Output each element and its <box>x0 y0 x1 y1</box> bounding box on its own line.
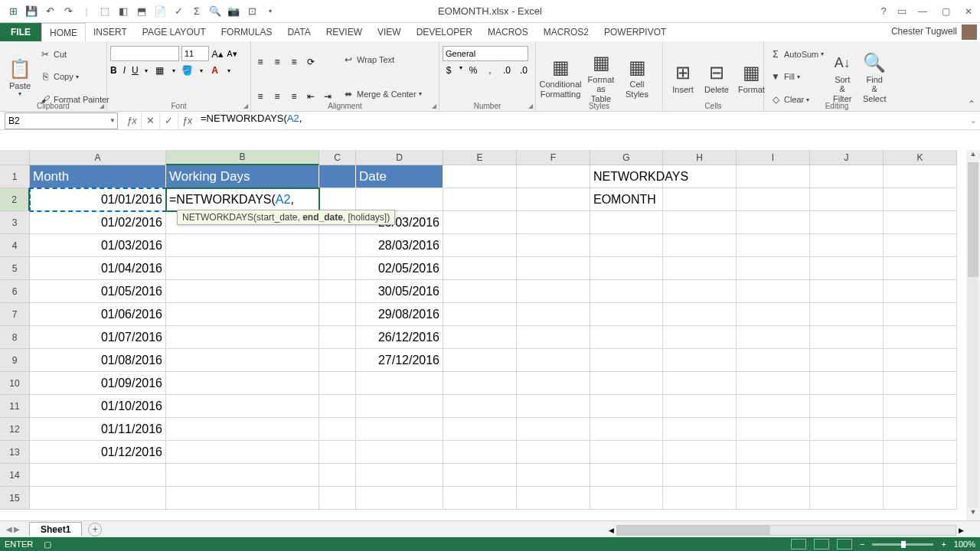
col-header-d[interactable]: D <box>356 150 443 165</box>
macro-record-icon[interactable]: ▢ <box>44 540 51 549</box>
copy-button[interactable]: ⎘Copy ▾ <box>37 70 112 83</box>
cell-B9[interactable] <box>166 349 319 372</box>
format-as-table-button[interactable]: ▦Format as Table <box>582 43 620 111</box>
grid[interactable]: A B C D E F G H I J K 1MonthWorking Days… <box>0 150 980 520</box>
row-header[interactable]: 10 <box>0 372 30 395</box>
qat-btn-7[interactable]: 🔍 <box>208 5 222 18</box>
cell-J1[interactable] <box>810 165 884 188</box>
cell-C5[interactable] <box>319 257 356 280</box>
cell-styles-button[interactable]: ▦Cell Styles <box>620 43 654 111</box>
cell-C1[interactable] <box>319 165 356 188</box>
cell-F6[interactable] <box>517 280 590 303</box>
cell-B4[interactable] <box>166 234 319 257</box>
redo-icon[interactable]: ↷ <box>61 5 75 18</box>
cell-D9[interactable]: 27/12/2016 <box>356 349 443 372</box>
cell-I3[interactable] <box>737 211 810 234</box>
col-header-a[interactable]: A <box>30 150 166 165</box>
currency-icon[interactable]: $ <box>443 64 455 77</box>
cell-C15[interactable] <box>319 487 356 510</box>
cell-G9[interactable] <box>590 349 663 372</box>
tab-formulas[interactable]: FORMULAS <box>214 23 280 41</box>
find-select-button[interactable]: 🔍Find & Select <box>858 43 890 111</box>
cell-I4[interactable] <box>737 234 810 257</box>
cell-F10[interactable] <box>517 372 590 395</box>
add-sheet-button[interactable]: + <box>88 523 102 536</box>
scroll-up-icon[interactable]: ▲ <box>966 150 980 162</box>
cell-C7[interactable] <box>319 303 356 326</box>
cell-D14[interactable] <box>356 464 443 487</box>
qat-btn-3[interactable]: ⬒ <box>135 5 149 18</box>
cell-J3[interactable] <box>810 211 884 234</box>
tab-developer[interactable]: DEVELOPER <box>409 23 480 41</box>
tab-page-layout[interactable]: PAGE LAYOUT <box>135 23 214 41</box>
qat-btn-4[interactable]: 📄 <box>153 5 167 18</box>
cell-D13[interactable] <box>356 441 443 464</box>
cell-I10[interactable] <box>737 372 810 395</box>
zoom-in-icon[interactable]: + <box>941 540 946 549</box>
cell-H12[interactable] <box>663 418 737 441</box>
cell-C6[interactable] <box>319 280 356 303</box>
undo-icon[interactable]: ↶ <box>43 5 57 18</box>
row-header[interactable]: 7 <box>0 303 30 326</box>
normal-view-icon[interactable] <box>791 539 806 549</box>
cell-H9[interactable] <box>663 349 737 372</box>
row-header[interactable]: 11 <box>0 395 30 418</box>
row-header[interactable]: 9 <box>0 349 30 372</box>
qat-btn-8[interactable]: 📷 <box>227 5 240 18</box>
cell-A13[interactable]: 01/12/2016 <box>30 441 166 464</box>
row-header[interactable]: 1 <box>0 165 30 188</box>
cell-H5[interactable] <box>663 257 737 280</box>
tab-macros[interactable]: MACROS <box>480 23 536 41</box>
page-break-view-icon[interactable] <box>837 539 852 549</box>
cell-G12[interactable] <box>590 418 663 441</box>
cell-B12[interactable] <box>166 418 319 441</box>
cell-A6[interactable]: 01/05/2016 <box>30 280 166 303</box>
cell-H8[interactable] <box>663 326 737 349</box>
cell-E7[interactable] <box>443 303 517 326</box>
col-header-f[interactable]: F <box>517 150 590 165</box>
sheet-next-icon[interactable]: ▶ <box>14 525 20 533</box>
dec-decimal-icon[interactable]: .0 <box>518 64 530 77</box>
page-layout-view-icon[interactable] <box>814 539 829 549</box>
cell-C11[interactable] <box>319 395 356 418</box>
align-middle-icon[interactable]: ≡ <box>271 56 283 68</box>
hscroll-thumb[interactable] <box>617 526 770 535</box>
vscroll-thumb[interactable] <box>968 162 978 277</box>
font-dialog-icon[interactable]: ◢ <box>243 103 248 109</box>
cell-A15[interactable] <box>30 487 166 510</box>
cell-K15[interactable] <box>884 487 957 510</box>
cell-F15[interactable] <box>517 487 590 510</box>
cell-J6[interactable] <box>810 280 884 303</box>
cell-K8[interactable] <box>884 326 957 349</box>
cell-J15[interactable] <box>810 487 884 510</box>
font-size-input[interactable] <box>181 46 209 61</box>
cell-D4[interactable]: 28/03/2016 <box>356 234 443 257</box>
cancel-icon[interactable]: ✕ <box>141 112 159 129</box>
cell-J4[interactable] <box>810 234 884 257</box>
qat-btn-5[interactable]: ✓ <box>172 5 185 18</box>
font-color-icon[interactable]: A <box>209 64 221 77</box>
tab-view[interactable]: VIEW <box>370 23 409 41</box>
cell-J5[interactable] <box>810 257 884 280</box>
cell-K5[interactable] <box>884 257 957 280</box>
cell-B7[interactable] <box>166 303 319 326</box>
alignment-dialog-icon[interactable]: ◢ <box>432 103 436 109</box>
cell-K4[interactable] <box>884 234 957 257</box>
cell-K10[interactable] <box>884 372 957 395</box>
cell-D8[interactable]: 26/12/2016 <box>356 326 443 349</box>
cell-A12[interactable]: 01/11/2016 <box>30 418 166 441</box>
percent-icon[interactable]: % <box>467 64 479 77</box>
select-all-corner[interactable] <box>0 150 30 165</box>
cell-E10[interactable] <box>443 372 517 395</box>
qat-dropdown-icon[interactable]: ▾ <box>263 5 277 18</box>
cell-H2[interactable] <box>663 188 737 211</box>
cell-K13[interactable] <box>884 441 957 464</box>
tab-review[interactable]: REVIEW <box>318 23 370 41</box>
scroll-down-icon[interactable]: ▼ <box>966 508 980 520</box>
cell-J9[interactable] <box>810 349 884 372</box>
cell-J13[interactable] <box>810 441 884 464</box>
cell-A11[interactable]: 01/10/2016 <box>30 395 166 418</box>
cell-H13[interactable] <box>663 441 737 464</box>
italic-button[interactable]: I <box>123 65 126 76</box>
align-left-icon[interactable]: ≡ <box>254 90 266 103</box>
